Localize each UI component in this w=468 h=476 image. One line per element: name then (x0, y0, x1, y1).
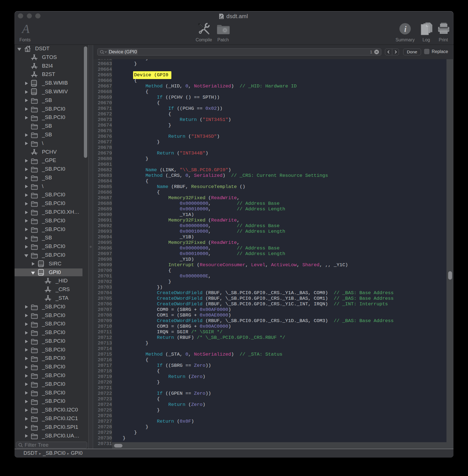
svg-text:AML: AML (220, 18, 222, 19)
svg-text:i: i (404, 24, 407, 34)
